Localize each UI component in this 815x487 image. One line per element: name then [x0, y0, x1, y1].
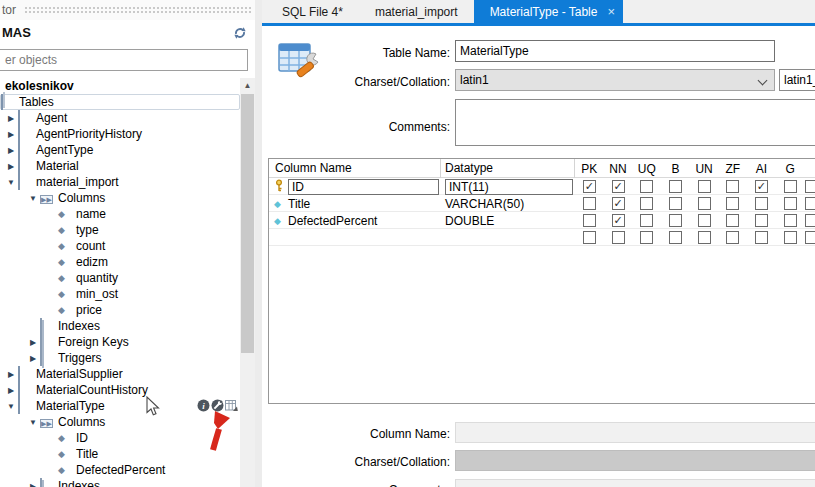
tree-item-indexes[interactable]: ▶Indexes: [0, 478, 240, 487]
filter-objects-input[interactable]: er objects: [0, 49, 248, 71]
datatype-cell[interactable]: [441, 229, 575, 246]
datatype-cell[interactable]: DOUBLE: [441, 212, 575, 229]
grid-header-uq[interactable]: UQ: [632, 162, 661, 176]
unchecked-checkbox-b[interactable]: [669, 180, 682, 193]
table-name-input[interactable]: MaterialType: [455, 40, 775, 62]
unchecked-checkbox-partial[interactable]: [805, 180, 815, 193]
tab-materialtype-table[interactable]: MaterialType - Table×: [474, 0, 623, 23]
unchecked-checkbox-g[interactable]: [784, 180, 797, 193]
tree-item-foreign-keys[interactable]: ▶Foreign Keys: [0, 334, 240, 350]
tree-item-agent[interactable]: ▶Agent: [0, 110, 240, 126]
grid-row-defectedpercent[interactable]: ◆DefectedPercentDOUBLE✓: [269, 212, 815, 229]
scroll-up-icon[interactable]: ▲: [240, 78, 255, 94]
grid-header-b[interactable]: B: [661, 162, 690, 176]
unchecked-checkbox-uq[interactable]: [640, 231, 653, 244]
refresh-schemas-icon[interactable]: [232, 25, 248, 41]
tree-item-material-import[interactable]: ▼material_import: [0, 174, 240, 190]
column-name-value[interactable]: Title: [288, 197, 310, 211]
tree-item-materialsupplier[interactable]: ▶MaterialSupplier: [0, 366, 240, 382]
tree-item-tables[interactable]: Tables: [0, 94, 240, 110]
tree-item-price[interactable]: ◆price: [0, 302, 240, 318]
unchecked-checkbox-partial[interactable]: [805, 197, 815, 210]
unchecked-checkbox-g[interactable]: [784, 231, 797, 244]
grid-row-title[interactable]: ◆TitleVARCHAR(50)✓: [269, 195, 815, 212]
comments-textarea[interactable]: [455, 99, 815, 146]
tab-close-icon[interactable]: ×: [607, 4, 615, 19]
expand-arrow-right-icon[interactable]: ▶: [26, 482, 40, 487]
expand-arrow-down-icon[interactable]: ▼: [26, 194, 40, 203]
unchecked-checkbox-b[interactable]: [669, 197, 682, 210]
grid-header-pk[interactable]: PK: [575, 162, 604, 176]
tree-scrollbar[interactable]: ▲: [240, 78, 255, 487]
grid-header-g[interactable]: G: [776, 162, 805, 176]
tab-sql-file-4-[interactable]: SQL File 4*: [266, 0, 359, 23]
expand-arrow-right-icon[interactable]: ▶: [26, 338, 40, 347]
grid-header-column-name[interactable]: Column Name: [269, 159, 441, 178]
unchecked-checkbox-un[interactable]: [698, 180, 711, 193]
tree-item-quantity[interactable]: ◆quantity: [0, 270, 240, 286]
column-name-value[interactable]: DefectedPercent: [288, 214, 377, 228]
tree-item-edizm[interactable]: ◆edizm: [0, 254, 240, 270]
expand-arrow-down-icon[interactable]: ▼: [4, 402, 18, 411]
tree-item-ekolesnikov[interactable]: ekolesnikov: [0, 78, 240, 94]
unchecked-checkbox-g[interactable]: [784, 197, 797, 210]
grid-header-nn[interactable]: NN: [604, 162, 633, 176]
expand-arrow-right-icon[interactable]: ▶: [4, 130, 18, 139]
unchecked-checkbox-g[interactable]: [784, 214, 797, 227]
grid-header-un[interactable]: UN: [690, 162, 719, 176]
unchecked-checkbox-un[interactable]: [698, 231, 711, 244]
unchecked-checkbox-nn[interactable]: [612, 231, 625, 244]
checked-checkbox-nn[interactable]: ✓: [612, 197, 625, 210]
datatype-cell[interactable]: VARCHAR(50): [441, 195, 575, 212]
tree-item-indexes[interactable]: Indexes: [0, 318, 240, 334]
expand-arrow-right-icon[interactable]: ▶: [4, 114, 18, 123]
expand-arrow-right-icon[interactable]: ▶: [26, 354, 40, 363]
unchecked-checkbox-uq[interactable]: [640, 197, 653, 210]
grid-row-empty[interactable]: [269, 229, 815, 246]
unchecked-checkbox-uq[interactable]: [640, 214, 653, 227]
grid-header-zf[interactable]: ZF: [718, 162, 747, 176]
unchecked-checkbox-pk[interactable]: [583, 214, 596, 227]
charset-dropdown[interactable]: latin1: [455, 69, 775, 91]
expand-arrow-right-icon[interactable]: ▶: [4, 386, 18, 395]
unchecked-checkbox-zf[interactable]: [726, 197, 739, 210]
scrollbar-thumb[interactable]: [241, 94, 254, 353]
unchecked-checkbox-ai[interactable]: [755, 197, 768, 210]
tree-item-min-ost[interactable]: ◆min_ost: [0, 286, 240, 302]
unchecked-checkbox-pk[interactable]: [583, 197, 596, 210]
unchecked-checkbox-zf[interactable]: [726, 214, 739, 227]
grid-header-datatype[interactable]: Datatype: [441, 159, 575, 178]
checked-checkbox-ai[interactable]: ✓: [755, 180, 768, 193]
unchecked-checkbox-un[interactable]: [698, 197, 711, 210]
unchecked-checkbox-partial[interactable]: [805, 231, 815, 244]
column-name-cell[interactable]: ◆Title: [269, 195, 441, 212]
unchecked-checkbox-b[interactable]: [669, 231, 682, 244]
tree-item-agenttype[interactable]: ▶AgentType: [0, 142, 240, 158]
unchecked-checkbox-ai[interactable]: [755, 214, 768, 227]
tree-item-columns[interactable]: ▼▶▶Columns: [0, 190, 240, 206]
grid-header-ai[interactable]: AI: [747, 162, 776, 176]
unchecked-checkbox-zf[interactable]: [726, 231, 739, 244]
tree-item-count[interactable]: ◆count: [0, 238, 240, 254]
unchecked-checkbox-pk[interactable]: [583, 231, 596, 244]
panel-splitter[interactable]: [255, 0, 262, 487]
checked-checkbox-pk[interactable]: ✓: [583, 180, 596, 193]
datatype-value[interactable]: VARCHAR(50): [445, 197, 524, 211]
unchecked-checkbox-un[interactable]: [698, 214, 711, 227]
tree-item-materialtype[interactable]: ▼MaterialTypei: [0, 398, 240, 414]
tree-item-agentpriorityhistory[interactable]: ▶AgentPriorityHistory: [0, 126, 240, 142]
column-name-cell[interactable]: [269, 229, 441, 246]
checked-checkbox-nn[interactable]: ✓: [612, 180, 625, 193]
tree-item-columns[interactable]: ▼▶▶Columns: [0, 414, 240, 430]
tree-item-name[interactable]: ◆name: [0, 206, 240, 222]
expand-arrow-right-icon[interactable]: ▶: [4, 146, 18, 155]
checked-checkbox-nn[interactable]: ✓: [612, 214, 625, 227]
tab-material-import[interactable]: material_import: [359, 0, 474, 23]
unchecked-checkbox-uq[interactable]: [640, 180, 653, 193]
tree-item-triggers[interactable]: ▶Triggers: [0, 350, 240, 366]
grid-row-id[interactable]: IDINT(11)✓✓✓: [269, 178, 815, 195]
column-name-cell[interactable]: ◆DefectedPercent: [269, 212, 441, 229]
expand-arrow-right-icon[interactable]: ▶: [4, 162, 18, 171]
datatype-cell[interactable]: INT(11): [441, 178, 575, 195]
unchecked-checkbox-zf[interactable]: [726, 180, 739, 193]
